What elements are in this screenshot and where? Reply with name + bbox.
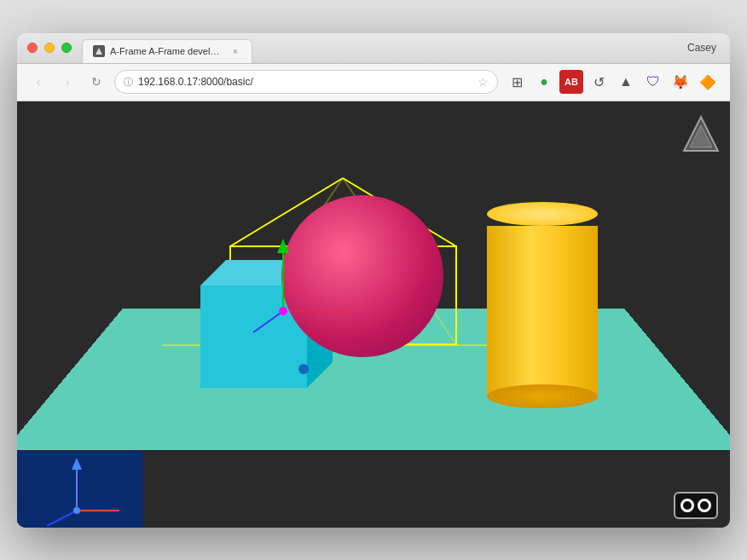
back-button[interactable]: ‹ [27, 71, 49, 93]
svg-line-12 [253, 311, 283, 332]
maximize-button[interactable] [61, 43, 72, 53]
forward-button[interactable]: › [56, 71, 78, 93]
vr-icon [680, 499, 711, 512]
minimize-button[interactable] [44, 43, 55, 53]
close-button[interactable] [27, 43, 38, 53]
secure-icon: ⓘ [124, 76, 133, 89]
shield-icon[interactable]: 🛡 [641, 70, 665, 94]
svg-line-19 [47, 511, 77, 526]
ad-block-icon[interactable]: AB [559, 70, 583, 94]
forward-icon: › [66, 75, 70, 89]
svg-point-13 [279, 307, 287, 315]
svg-marker-10 [277, 239, 289, 253]
svg-point-20 [73, 507, 80, 514]
3d-viewport[interactable] [17, 101, 730, 528]
sync-icon[interactable]: ▲ [614, 70, 638, 94]
bookmark-icon[interactable]: ☆ [478, 75, 489, 89]
url-text: 192.168.0.17:8000/basic/ [138, 76, 472, 88]
back-icon: ‹ [37, 75, 41, 89]
vr-lens-right [698, 499, 711, 512]
address-bar[interactable]: ⓘ 192.168.0.17:8000/basic/ ☆ [114, 70, 498, 94]
tab-favicon [93, 45, 105, 57]
reload-icon: ↻ [91, 75, 101, 89]
brave-icon[interactable]: ● [532, 70, 556, 94]
minimap [17, 451, 143, 528]
extensions-icon[interactable]: ⊞ [505, 70, 529, 94]
svg-marker-0 [96, 48, 102, 55]
blue-dot [298, 364, 309, 374]
aframe-logo [680, 113, 718, 151]
refresh-icon[interactable]: ↺ [587, 70, 611, 94]
svg-marker-17 [72, 458, 82, 470]
vr-button[interactable] [674, 492, 718, 519]
browser-window: A-Frame A-Frame developer t… × Casey ‹ ›… [17, 33, 730, 528]
traffic-lights [27, 43, 72, 53]
toolbar-icons: ⊞ ● AB ↺ ▲ 🛡 🦊 🔶 [505, 70, 720, 94]
title-bar: A-Frame A-Frame developer t… × Casey [17, 33, 730, 64]
tab-area: A-Frame A-Frame developer t… × [82, 33, 252, 63]
tab-close-icon[interactable]: × [229, 45, 241, 57]
scene [17, 101, 730, 528]
nav-bar: ‹ › ↻ ⓘ 192.168.0.17:8000/basic/ ☆ ⊞ ● A… [17, 64, 730, 101]
reload-button[interactable]: ↻ [85, 71, 107, 93]
transform-gizmo [249, 234, 351, 340]
tab-title: A-Frame A-Frame developer t… [110, 46, 224, 56]
yellow-cylinder [487, 214, 598, 408]
extension1-icon[interactable]: 🦊 [669, 70, 692, 94]
user-name: Casey [687, 42, 716, 54]
extension2-icon[interactable]: 🔶 [696, 70, 720, 94]
vr-lens-left [680, 499, 694, 512]
active-tab[interactable]: A-Frame A-Frame developer t… × [82, 39, 252, 63]
